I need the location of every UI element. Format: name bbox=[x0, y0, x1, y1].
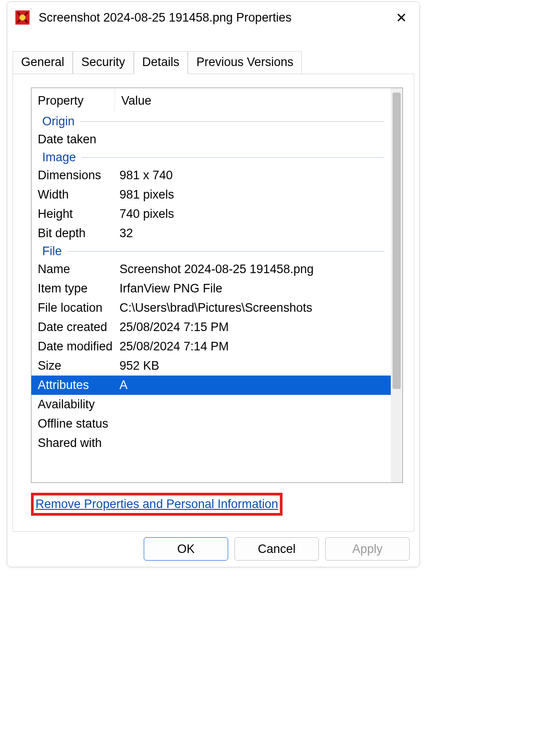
property-value: 981 x 740 bbox=[115, 168, 391, 182]
row-shared-with[interactable]: Shared with bbox=[31, 433, 391, 453]
property-value: 981 pixels bbox=[115, 188, 391, 202]
app-icon bbox=[14, 9, 31, 26]
tab-panel-details: Property Value Origin Date taken Image bbox=[13, 74, 414, 532]
column-headers: Property Value bbox=[31, 88, 391, 113]
property-label: Dimensions bbox=[31, 168, 115, 182]
property-label: Name bbox=[31, 262, 115, 276]
row-date-taken[interactable]: Date taken bbox=[31, 130, 391, 149]
row-size[interactable]: Size 952 KB bbox=[31, 356, 391, 376]
property-label: Availability bbox=[31, 398, 115, 411]
property-label: Width bbox=[31, 188, 115, 202]
scrollbar[interactable] bbox=[391, 88, 402, 482]
close-icon[interactable]: ✕ bbox=[390, 10, 412, 26]
property-label: Height bbox=[31, 207, 115, 221]
apply-button[interactable]: Apply bbox=[325, 537, 410, 561]
row-attributes[interactable]: Attributes A bbox=[31, 376, 391, 395]
row-dimensions[interactable]: Dimensions 981 x 740 bbox=[31, 166, 391, 185]
cancel-button[interactable]: Cancel bbox=[234, 537, 319, 561]
scrollbar-thumb[interactable] bbox=[393, 93, 401, 389]
property-label: Date created bbox=[31, 320, 115, 334]
column-header-value[interactable]: Value bbox=[115, 88, 391, 113]
dialog-buttons: OK Cancel Apply bbox=[7, 537, 420, 561]
ok-button[interactable]: OK bbox=[144, 537, 228, 561]
property-label: Attributes bbox=[31, 378, 115, 392]
details-content: Property Value Origin Date taken Image bbox=[31, 88, 391, 482]
group-label: Image bbox=[42, 150, 76, 164]
tab-general[interactable]: General bbox=[13, 51, 73, 74]
row-file-location[interactable]: File location C:\Users\brad\Pictures\Scr… bbox=[31, 298, 391, 318]
property-value: IrfanView PNG File bbox=[115, 282, 391, 296]
property-label: Date modified bbox=[31, 340, 115, 354]
window-title: Screenshot 2024-08-25 191458.png Propert… bbox=[39, 11, 390, 25]
row-height[interactable]: Height 740 pixels bbox=[31, 204, 391, 224]
row-availability[interactable]: Availability bbox=[31, 395, 391, 414]
property-value: 25/08/2024 7:14 PM bbox=[115, 340, 391, 354]
group-label: File bbox=[42, 244, 62, 258]
titlebar: Screenshot 2024-08-25 191458.png Propert… bbox=[7, 2, 420, 33]
property-value: 952 KB bbox=[115, 359, 391, 373]
row-bit-depth[interactable]: Bit depth 32 bbox=[31, 224, 391, 243]
row-date-modified[interactable]: Date modified 25/08/2024 7:14 PM bbox=[31, 337, 391, 356]
row-name[interactable]: Name Screenshot 2024-08-25 191458.png bbox=[31, 260, 391, 279]
details-listview[interactable]: Property Value Origin Date taken Image bbox=[31, 88, 403, 483]
property-label: Date taken bbox=[31, 133, 115, 146]
divider bbox=[81, 157, 384, 158]
property-label: Offline status bbox=[31, 417, 115, 431]
property-label: File location bbox=[31, 301, 115, 315]
remove-properties-link[interactable]: Remove Properties and Personal Informati… bbox=[35, 497, 278, 511]
tab-details[interactable]: Details bbox=[134, 51, 188, 74]
column-header-property[interactable]: Property bbox=[31, 88, 115, 113]
tab-previous-versions[interactable]: Previous Versions bbox=[188, 51, 302, 74]
property-label: Bit depth bbox=[31, 226, 115, 240]
svg-point-1 bbox=[19, 14, 26, 21]
property-value: A bbox=[115, 378, 391, 392]
row-date-created[interactable]: Date created 25/08/2024 7:15 PM bbox=[31, 318, 391, 337]
property-value: 25/08/2024 7:15 PM bbox=[115, 320, 391, 334]
property-label: Size bbox=[31, 359, 115, 373]
divider bbox=[67, 251, 384, 252]
property-label: Shared with bbox=[31, 436, 115, 450]
tab-security[interactable]: Security bbox=[73, 51, 134, 74]
group-label: Origin bbox=[42, 115, 75, 128]
property-value: Screenshot 2024-08-25 191458.png bbox=[115, 262, 391, 276]
property-label: Item type bbox=[31, 282, 115, 296]
group-header-origin[interactable]: Origin bbox=[31, 113, 391, 130]
property-value: C:\Users\brad\Pictures\Screenshots bbox=[115, 301, 391, 315]
divider bbox=[80, 121, 384, 122]
tabs: General Security Details Previous Versio… bbox=[13, 51, 414, 74]
group-header-image[interactable]: Image bbox=[31, 149, 391, 166]
group-header-file[interactable]: File bbox=[31, 243, 391, 260]
row-offline-status[interactable]: Offline status bbox=[31, 414, 391, 433]
property-value: 740 pixels bbox=[115, 207, 391, 221]
remove-link-highlight: Remove Properties and Personal Informati… bbox=[31, 493, 283, 516]
properties-dialog: Screenshot 2024-08-25 191458.png Propert… bbox=[7, 1, 420, 567]
row-item-type[interactable]: Item type IrfanView PNG File bbox=[31, 279, 391, 298]
property-value: 32 bbox=[115, 226, 391, 240]
row-width[interactable]: Width 981 pixels bbox=[31, 185, 391, 204]
